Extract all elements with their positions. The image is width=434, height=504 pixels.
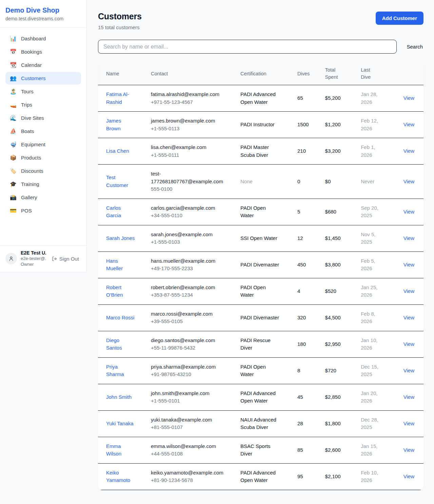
customer-dives: 95 — [293, 463, 321, 490]
customer-certification: PADI Open Water — [240, 204, 280, 220]
nav-label: Tours — [21, 89, 34, 94]
customer-name-link[interactable]: Marco Rossi — [106, 314, 134, 322]
customer-last-dive: Jan 15, 2026 — [361, 443, 381, 458]
table-row: Sarah Jones sarah.jones@example.com +1-5… — [98, 225, 423, 251]
nav-icon: 📸 — [10, 195, 17, 200]
nav-icon: 🌊 — [10, 115, 17, 121]
customer-name-link[interactable]: Lisa Chen — [106, 147, 129, 155]
sidebar-header: Demo Dive Shop demo.test.divestreams.com — [0, 0, 86, 27]
customers-table-card: Name Contact Certification Dives Total S… — [98, 62, 423, 490]
search-input[interactable] — [98, 40, 397, 54]
customer-last-dive: Never — [361, 178, 374, 186]
sidebar-item-discounts[interactable]: 🏷️ Discounts — [5, 165, 81, 177]
view-link[interactable]: View — [403, 447, 414, 453]
customer-phone: +1-555-0101 — [151, 397, 232, 405]
sidebar-item-dive-sites[interactable]: 🌊 Dive Sites — [5, 112, 81, 124]
customer-certification: PADI Open Water — [240, 363, 280, 378]
customer-name-link[interactable]: Sarah Jones — [106, 235, 135, 242]
view-link[interactable]: View — [403, 315, 414, 320]
customer-phone: +39-555-0105 — [151, 318, 232, 325]
sidebar-item-bookings[interactable]: 📅 Bookings — [5, 45, 81, 58]
customer-total-spent: $0 — [321, 165, 357, 199]
nav-label: Boats — [21, 128, 34, 134]
view-link[interactable]: View — [403, 394, 414, 400]
customer-phone: +81-90-1234-5678 — [151, 477, 232, 484]
view-link[interactable]: View — [403, 262, 414, 267]
nav-label: Training — [21, 181, 39, 187]
view-link[interactable]: View — [403, 473, 414, 479]
sidebar-item-boats[interactable]: ⛵ Boats — [5, 125, 81, 137]
view-link[interactable]: View — [403, 368, 414, 373]
nav-label: Dashboard — [21, 36, 46, 41]
view-link[interactable]: View — [403, 235, 414, 241]
customer-last-dive: Feb 10, 2026 — [361, 469, 381, 484]
customer-last-dive: Feb 12, 2026 — [361, 117, 381, 132]
nav-label: Customers — [21, 75, 46, 81]
table-row: Yuki Tanaka yuki.tanaka@example.com +81-… — [98, 410, 423, 437]
view-link[interactable]: View — [403, 209, 414, 214]
nav-label: Products — [21, 155, 41, 161]
customer-name-link[interactable]: Robert O'Brien — [106, 284, 135, 299]
customer-certification: PADI Divemaster — [240, 314, 279, 322]
customer-phone: +44-555-0108 — [151, 450, 232, 458]
customer-certification: PADI Advanced Open Water — [240, 91, 280, 106]
customer-name-link[interactable]: Keiko Yamamoto — [106, 469, 135, 484]
customer-total-spent: $1,450 — [321, 225, 357, 251]
customer-name-link[interactable]: Hans Mueller — [106, 257, 135, 273]
shop-domain: demo.test.divestreams.com — [5, 16, 81, 21]
customer-name-link[interactable]: Carlos Garcia — [106, 204, 135, 220]
customer-name-link[interactable]: Priya Sharma — [106, 363, 135, 378]
customer-dives: 65 — [293, 85, 321, 112]
sidebar-item-training[interactable]: 🎓 Training — [5, 178, 81, 190]
view-link[interactable]: View — [403, 122, 414, 127]
customer-dives: 0 — [293, 165, 321, 199]
nav-icon: 🎓 — [10, 182, 17, 187]
customer-certification: None — [240, 178, 253, 186]
customer-phone: +49-170-555-2233 — [151, 265, 232, 273]
view-link[interactable]: View — [403, 421, 414, 426]
customer-certification: SSI Open Water — [240, 235, 277, 242]
sidebar-item-equipment[interactable]: 🤿 Equipment — [5, 138, 81, 151]
sidebar-item-gallery[interactable]: 📸 Gallery — [5, 191, 81, 204]
sidebar-item-trips[interactable]: 🚤 Trips — [5, 98, 81, 111]
nav-icon: 📊 — [10, 36, 17, 41]
view-link[interactable]: View — [403, 95, 414, 101]
customer-email: hans.mueller@example.com — [151, 257, 223, 265]
table-header-row: Name Contact Certification Dives Total S… — [98, 62, 423, 85]
column-header-contact: Contact — [147, 62, 236, 85]
sidebar-item-products[interactable]: 📦 Products — [5, 151, 81, 164]
sidebar-item-calendar[interactable]: 📆 Calendar — [5, 59, 81, 71]
customer-certification: PADI Divemaster — [240, 261, 279, 269]
nav-label: Calendar — [21, 62, 42, 68]
customer-last-dive: Dec 15, 2025 — [361, 363, 381, 378]
logout-icon — [52, 256, 57, 261]
sign-out-button[interactable]: Sign Out — [50, 256, 81, 262]
customer-dives: 28 — [293, 410, 321, 437]
table-row: Hans Mueller hans.mueller@example.com +4… — [98, 251, 423, 278]
view-link[interactable]: View — [403, 148, 414, 154]
add-customer-button[interactable]: Add Customer — [376, 12, 423, 25]
customer-email: john.smith@example.com — [151, 390, 223, 397]
search-button[interactable]: Search — [406, 42, 423, 52]
sidebar-item-dashboard[interactable]: 📊 Dashboard — [5, 32, 81, 45]
customer-name-link[interactable]: Fatima Al-Rashid — [106, 91, 135, 106]
customer-name-link[interactable]: Yuki Tanaka — [106, 420, 134, 428]
sidebar-item-customers[interactable]: 👥 Customers — [5, 72, 81, 85]
view-link[interactable]: View — [403, 288, 414, 294]
sidebar-item-tours[interactable]: 🏝️ Tours — [5, 85, 81, 98]
sidebar-item-pos[interactable]: 💳 POS — [5, 204, 81, 217]
customer-dives: 180 — [293, 331, 321, 357]
customer-name-link[interactable]: John Smith — [106, 393, 132, 401]
customer-last-dive: Nov 5, 2025 — [361, 231, 381, 246]
customer-name-link[interactable]: Diego Santos — [106, 337, 135, 352]
customer-name-link[interactable]: James Brown — [106, 117, 135, 132]
nav-icon: 🏷️ — [10, 168, 17, 174]
customer-name-link[interactable]: Emma Wilson — [106, 443, 135, 458]
view-link[interactable]: View — [403, 341, 414, 347]
table-row: Fatima Al-Rashid fatima.alrashid@example… — [98, 85, 423, 112]
customer-last-dive: Dec 28, 2025 — [361, 416, 381, 431]
customer-total-spent: $720 — [321, 357, 357, 384]
customer-total-spent: $2,600 — [321, 437, 357, 463]
customer-name-link[interactable]: Test Customer — [106, 174, 135, 189]
view-link[interactable]: View — [403, 179, 414, 184]
